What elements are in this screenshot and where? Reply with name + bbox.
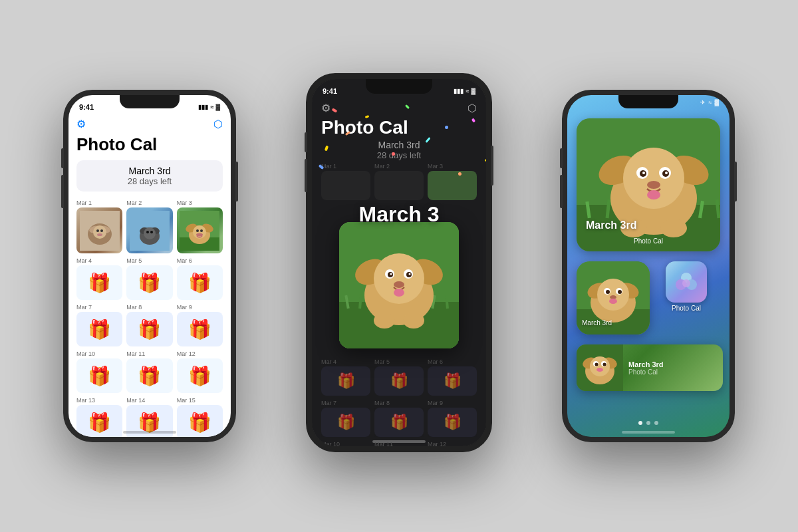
grid-item: Mar 7 🎁 (76, 304, 122, 346)
event-card-left: March 3rd 28 days left (76, 160, 223, 192)
middle-app-content: ⚙ ⬡ Photo Cal March 3rd 28 days left Mar… (312, 99, 486, 446)
svg-point-20 (193, 225, 206, 239)
dark-grid-bottom: Mar 4🎁 Mar 5🎁 Mar 6🎁 Mar 7🎁 Mar 8🎁 Mar 9… (321, 358, 477, 446)
svg-point-87 (595, 363, 598, 366)
time-middle: 9:41 (323, 87, 337, 95)
gift-mar13[interactable]: 🎁 (76, 405, 122, 437)
battery-icon: ▓ (215, 104, 220, 110)
grid-item: Mar 8 🎁 (126, 304, 172, 346)
grid-item: Mar 13 🎁 (76, 397, 122, 437)
wifi-icon-r: ≈ (708, 99, 712, 106)
phone-left: 9:41 ▮▮▮ ≈ ▓ ⚙ ⬡ Photo Cal March 3rd 28 … (63, 90, 236, 442)
svg-point-75 (609, 299, 617, 304)
grid-item: Mar 11 🎁 (126, 350, 172, 393)
dark-grid-top: Mar 1 Mar 2 Mar 3 (321, 163, 477, 200)
photo-mar3[interactable] (177, 207, 223, 253)
dark-item: Mar 10🎁 (321, 441, 370, 446)
gift-mar12[interactable]: 🎁 (177, 358, 223, 393)
dock-dot-3 (654, 421, 658, 425)
dark-photo-mar1 (321, 171, 370, 200)
app-icon-photocal[interactable]: Photo Cal (666, 261, 707, 312)
grid-item: Mar 3 (177, 200, 223, 253)
svg-point-5 (96, 229, 99, 232)
svg-point-4 (93, 225, 106, 239)
event-days-middle: 28 days left (321, 150, 477, 160)
big-widget-label: March 3rd (586, 219, 636, 231)
svg-point-53 (623, 148, 684, 209)
dark-photo-mar3 (428, 171, 477, 200)
big-widget[interactable]: March 3rd Photo Cal (577, 118, 720, 251)
time-left: 9:41 (79, 103, 94, 111)
grid-item: Mar 15 🎁 (177, 397, 223, 437)
small-widget-right[interactable]: March 3rd (577, 261, 650, 334)
svg-point-22 (200, 229, 203, 232)
compose-icon-left[interactable]: ⬡ (213, 118, 223, 130)
gift-mar10[interactable]: 🎁 (76, 358, 122, 393)
settings-icon-left[interactable]: ⚙ (76, 118, 86, 130)
small-widget-2-app: Photo Cal (628, 368, 718, 376)
big-widget-appname: Photo Cal (577, 237, 720, 245)
dark-item: Mar 6🎁 (428, 358, 477, 396)
grid-item: Mar 1 (76, 200, 122, 253)
compose-icon-middle[interactable]: ⬡ (467, 102, 477, 114)
event-date-left: March 3rd (84, 166, 215, 176)
photo-mar1[interactable] (76, 207, 122, 253)
dark-item: Mar 4🎁 (321, 358, 370, 396)
status-icons-middle: ▮▮▮ ≈ ▓ (454, 88, 475, 94)
signal-icon-m: ▮▮▮ (454, 88, 464, 94)
notch-middle (366, 79, 432, 94)
dock-dots (567, 421, 730, 425)
photo-grid-left: Mar 1 (76, 200, 223, 437)
photo-mar2[interactable] (126, 207, 172, 253)
svg-point-40 (394, 281, 404, 288)
svg-point-60 (647, 181, 660, 189)
svg-point-38 (390, 273, 392, 275)
small-widget-2[interactable]: March 3rd Photo Cal (577, 344, 723, 391)
grid-item: Mar 6 🎁 (177, 257, 223, 300)
svg-point-59 (665, 172, 668, 174)
status-icons-right: ✈ ≈ ▓ (700, 99, 719, 106)
gift-mar4[interactable]: 🎁 (76, 265, 122, 300)
gift-mar11[interactable]: 🎁 (126, 358, 172, 393)
gift-mar15[interactable]: 🎁 (177, 405, 223, 437)
event-info-dark: March 3rd 28 days left (321, 140, 477, 160)
plane-icon: ✈ (700, 99, 706, 106)
svg-point-43 (403, 313, 424, 329)
dark-item: Mar 11🎁 (374, 441, 424, 446)
svg-point-41 (394, 289, 404, 297)
svg-point-84 (590, 356, 610, 376)
svg-point-79 (682, 279, 690, 287)
gift-mar7[interactable]: 🎁 (76, 312, 122, 346)
dark-grid-container: Mar 1 Mar 2 Mar 3 (321, 163, 477, 200)
gift-mar5[interactable]: 🎁 (126, 265, 172, 300)
gift-mar6[interactable]: 🎁 (177, 265, 223, 300)
grid-item: Mar 10 🎁 (76, 350, 122, 393)
svg-point-21 (196, 229, 199, 232)
dark-item: Mar 5🎁 (374, 358, 424, 396)
left-app-content: ⚙ ⬡ Photo Cal March 3rd 28 days left Mar… (68, 115, 231, 437)
left-header: ⚙ ⬡ (76, 115, 223, 134)
dock-dot-2 (646, 421, 650, 425)
status-icons-left: ▮▮▮ ≈ ▓ (198, 104, 220, 110)
svg-point-88 (603, 363, 606, 366)
right-home-content: March 3rd Photo Cal (567, 95, 730, 437)
notch-left (120, 95, 180, 108)
svg-point-73 (618, 290, 622, 294)
gift-mar9[interactable]: 🎁 (177, 312, 223, 346)
svg-point-69 (597, 279, 629, 311)
dark-grid-item: Mar 1 (321, 163, 370, 200)
dark-item: Mar 12🎁 (428, 441, 477, 446)
settings-icon-middle[interactable]: ⚙ (321, 102, 331, 114)
svg-point-42 (374, 313, 395, 329)
dark-grid-item: Mar 3 (428, 163, 477, 200)
app-icon-image[interactable] (666, 261, 707, 303)
phone-middle: 9:41 ▮▮▮ ≈ ▓ (306, 73, 492, 452)
featured-photo-middle[interactable] (339, 222, 459, 348)
svg-point-7 (97, 233, 102, 236)
svg-point-6 (100, 229, 103, 232)
featured-date-overlay: March 3 (359, 202, 440, 227)
dark-grid-item: Mar 2 (374, 163, 424, 200)
gift-mar8[interactable]: 🎁 (126, 312, 172, 346)
dark-item: Mar 7🎁 (321, 400, 370, 437)
wifi-icon: ≈ (210, 104, 213, 110)
